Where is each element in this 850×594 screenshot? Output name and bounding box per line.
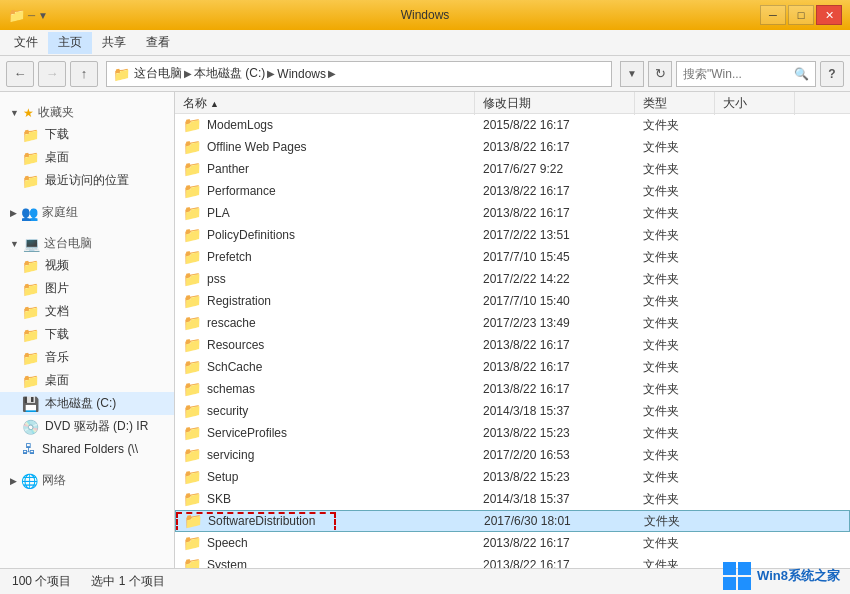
- table-row[interactable]: 📁Speech2013/8/22 16:17文件夹: [175, 532, 850, 554]
- col-date[interactable]: 修改日期: [475, 92, 635, 115]
- file-name-cell: 📁PolicyDefinitions: [175, 226, 475, 244]
- table-row[interactable]: 📁Panther2017/6/27 9:22文件夹: [175, 158, 850, 180]
- file-name: schemas: [207, 382, 255, 396]
- folder-icon: 📁: [183, 248, 202, 266]
- table-row[interactable]: 📁ServiceProfiles2013/8/22 15:23文件夹: [175, 422, 850, 444]
- up-button[interactable]: ↑: [70, 61, 98, 87]
- table-row[interactable]: 📁Performance2013/8/22 16:17文件夹: [175, 180, 850, 202]
- breadcrumb-sep-2: ▶: [267, 68, 275, 79]
- desktop-icon: 📁: [22, 150, 39, 166]
- minimize-button[interactable]: ─: [760, 5, 786, 25]
- col-type[interactable]: 类型: [635, 92, 715, 115]
- file-type-cell: 文件夹: [635, 205, 715, 222]
- table-row[interactable]: 📁SchCache2013/8/22 16:17文件夹: [175, 356, 850, 378]
- menu-view[interactable]: 查看: [136, 32, 180, 54]
- menu-file[interactable]: 文件: [4, 32, 48, 54]
- file-date-cell: 2013/8/22 16:17: [475, 206, 635, 220]
- help-button[interactable]: ?: [820, 61, 844, 87]
- sidebar-item-videos[interactable]: 📁 视频: [0, 254, 174, 277]
- file-date-cell: 2013/8/22 16:17: [475, 338, 635, 352]
- breadcrumb-windows[interactable]: Windows: [277, 67, 326, 81]
- sidebar-section-network[interactable]: ▶ 🌐 网络: [0, 468, 174, 491]
- pictures-icon: 📁: [22, 281, 39, 297]
- table-row[interactable]: 📁Registration2017/7/10 15:40文件夹: [175, 290, 850, 312]
- file-name-cell: 📁pss: [175, 270, 475, 288]
- table-row[interactable]: 📁Prefetch2017/7/10 15:45文件夹: [175, 246, 850, 268]
- table-row[interactable]: 📁Setup2013/8/22 15:23文件夹: [175, 466, 850, 488]
- sidebar-item-downloads[interactable]: 📁 下载: [0, 123, 174, 146]
- folder-icon: 📁: [183, 226, 202, 244]
- col-name[interactable]: 名称 ▲: [175, 92, 475, 115]
- file-date-cell: 2013/8/22 16:17: [475, 382, 635, 396]
- table-row[interactable]: 📁SoftwareDistribution2017/6/30 18:01文件夹: [175, 510, 850, 532]
- folder-icon: 📁: [184, 512, 203, 530]
- maximize-button[interactable]: □: [788, 5, 814, 25]
- status-bar: 100 个项目 选中 1 个项目 Win8系统之家: [0, 568, 850, 594]
- search-box[interactable]: 🔍: [676, 61, 816, 87]
- file-date-cell: 2013/8/22 15:23: [475, 426, 635, 440]
- file-date-cell: 2013/8/22 16:17: [475, 558, 635, 568]
- refresh-button[interactable]: ↻: [648, 61, 672, 87]
- address-bar[interactable]: 📁 这台电脑 ▶ 本地磁盘 (C:) ▶ Windows ▶: [106, 61, 612, 87]
- sidebar-section-thispc[interactable]: ▼ 💻 这台电脑: [0, 231, 174, 254]
- file-type-cell: 文件夹: [635, 161, 715, 178]
- table-row[interactable]: 📁SKB2014/3/18 15:37文件夹: [175, 488, 850, 510]
- sidebar-item-downloads2[interactable]: 📁 下载: [0, 323, 174, 346]
- window-controls: ─ □ ✕: [760, 5, 842, 25]
- forward-button[interactable]: →: [38, 61, 66, 87]
- file-type-cell: 文件夹: [635, 139, 715, 156]
- menu-home[interactable]: 主页: [48, 32, 92, 54]
- sidebar-item-recent[interactable]: 📁 最近访问的位置: [0, 169, 174, 192]
- file-name-cell: 📁Offline Web Pages: [175, 138, 475, 156]
- sidebar-section-homegroup[interactable]: ▶ 👥 家庭组: [0, 200, 174, 223]
- downloads2-label: 下载: [45, 326, 69, 343]
- file-name-cell: 📁Performance: [175, 182, 475, 200]
- sidebar-item-desktop[interactable]: 📁 桌面: [0, 146, 174, 169]
- col-date-label: 修改日期: [483, 95, 531, 112]
- table-row[interactable]: 📁servicing2017/2/20 16:53文件夹: [175, 444, 850, 466]
- sidebar-item-dvd[interactable]: 💿 DVD 驱动器 (D:) IR: [0, 415, 174, 438]
- sidebar-item-pictures[interactable]: 📁 图片: [0, 277, 174, 300]
- table-row[interactable]: 📁Resources2013/8/22 16:17文件夹: [175, 334, 850, 356]
- videos-label: 视频: [45, 257, 69, 274]
- sidebar-item-documents[interactable]: 📁 文档: [0, 300, 174, 323]
- dvd-label: DVD 驱动器 (D:) IR: [45, 418, 148, 435]
- main-container: ▼ ★ 收藏夹 📁 下载 📁 桌面 📁 最近访问的位置 ▶ 👥 家庭组 ▼ 💻: [0, 92, 850, 568]
- table-row[interactable]: 📁PolicyDefinitions2017/2/22 13:51文件夹: [175, 224, 850, 246]
- back-button[interactable]: ←: [6, 61, 34, 87]
- close-button[interactable]: ✕: [816, 5, 842, 25]
- sidebar-section-favorites[interactable]: ▼ ★ 收藏夹: [0, 100, 174, 123]
- file-type-cell: 文件夹: [635, 117, 715, 134]
- folder-icon: 📁: [183, 138, 202, 156]
- file-date-cell: 2017/7/10 15:40: [475, 294, 635, 308]
- col-sort-icon: ▲: [210, 99, 219, 109]
- file-date-cell: 2013/8/22 16:17: [475, 360, 635, 374]
- file-name: security: [207, 404, 248, 418]
- table-row[interactable]: 📁Offline Web Pages2013/8/22 16:17文件夹: [175, 136, 850, 158]
- table-row[interactable]: 📁pss2017/2/22 14:22文件夹: [175, 268, 850, 290]
- title-bar: 📁 ─ ▼ Windows ─ □ ✕: [0, 0, 850, 30]
- svg-rect-2: [723, 577, 736, 590]
- breadcrumb-computer[interactable]: 这台电脑: [134, 65, 182, 82]
- sidebar-item-desktop2[interactable]: 📁 桌面: [0, 369, 174, 392]
- col-size[interactable]: 大小: [715, 92, 795, 115]
- folder-icon: 📁: [183, 446, 202, 464]
- table-row[interactable]: 📁PLA2013/8/22 16:17文件夹: [175, 202, 850, 224]
- sidebar-item-music[interactable]: 📁 音乐: [0, 346, 174, 369]
- sidebar-item-local-disk[interactable]: 💾 本地磁盘 (C:): [0, 392, 174, 415]
- folder-icon: 📁: [183, 490, 202, 508]
- window-title: Windows: [0, 8, 850, 22]
- table-row[interactable]: 📁rescache2017/2/23 13:49文件夹: [175, 312, 850, 334]
- menu-share[interactable]: 共享: [92, 32, 136, 54]
- homegroup-icon: 👥: [21, 205, 38, 221]
- table-row[interactable]: 📁security2014/3/18 15:37文件夹: [175, 400, 850, 422]
- address-bar-dropdown[interactable]: ▼: [620, 61, 644, 87]
- table-row[interactable]: 📁schemas2013/8/22 16:17文件夹: [175, 378, 850, 400]
- breadcrumb-disk[interactable]: 本地磁盘 (C:): [194, 65, 265, 82]
- table-row[interactable]: 📁ModemLogs2015/8/22 16:17文件夹: [175, 114, 850, 136]
- search-input[interactable]: [683, 67, 794, 81]
- file-type-cell: 文件夹: [635, 425, 715, 442]
- shared-icon: 🖧: [22, 441, 36, 457]
- sidebar-item-shared[interactable]: 🖧 Shared Folders (\\: [0, 438, 174, 460]
- folder-icon: 📁: [183, 358, 202, 376]
